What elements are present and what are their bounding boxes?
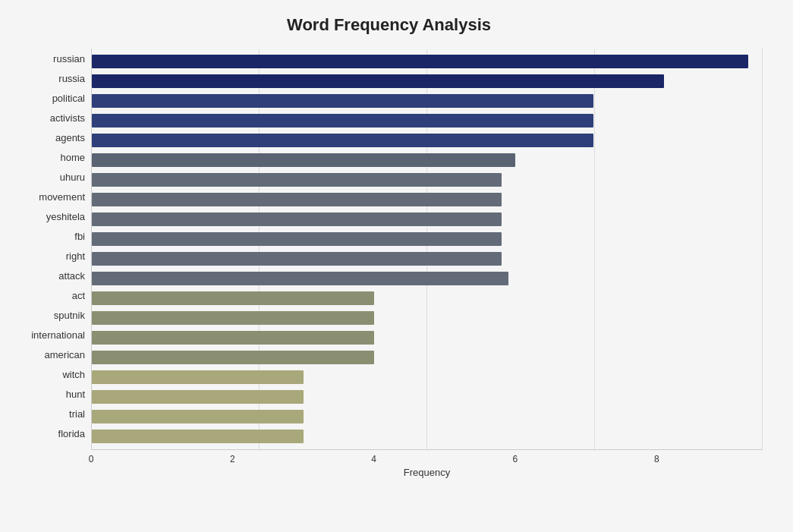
- y-label: american: [45, 345, 85, 365]
- bar: [92, 351, 374, 364]
- bar-row: [92, 249, 763, 269]
- bar-row: [92, 328, 763, 348]
- bar-row: [92, 111, 763, 131]
- y-label: movement: [39, 187, 85, 206]
- y-label: right: [66, 246, 85, 266]
- bar: [92, 272, 508, 285]
- y-label: uhuru: [60, 167, 85, 187]
- y-label: act: [72, 286, 85, 306]
- bar: [92, 74, 664, 88]
- bar: [92, 390, 304, 404]
- bar: [92, 134, 593, 147]
- bar-row: [92, 71, 763, 91]
- bar: [92, 193, 502, 206]
- y-label: florida: [58, 424, 85, 444]
- chart-container: Word Frequency Analysis russianrussiapol…: [0, 0, 793, 532]
- y-axis: russianrussiapoliticalactivistsagentshom…: [15, 49, 91, 467]
- y-label: international: [31, 326, 85, 345]
- bar: [92, 331, 374, 345]
- bar-row: [92, 269, 763, 288]
- x-tick: 6: [513, 454, 518, 464]
- bar-row: [92, 209, 763, 229]
- x-axis-wrapper: 02468 Frequency: [91, 450, 763, 478]
- chart-area: russianrussiapoliticalactivistsagentshom…: [15, 49, 763, 467]
- y-label: sputnik: [54, 306, 85, 326]
- y-label: russian: [53, 49, 85, 68]
- bar: [92, 232, 502, 246]
- bar: [92, 114, 593, 127]
- bar: [92, 410, 304, 423]
- x-tick: 8: [654, 454, 659, 464]
- bar-row: [92, 229, 763, 249]
- bar-row: [92, 427, 763, 446]
- bar: [92, 430, 304, 443]
- bar-row: [92, 367, 763, 387]
- y-label: home: [60, 147, 85, 167]
- bar-row: [92, 288, 763, 308]
- bar: [92, 291, 374, 305]
- bar: [92, 94, 593, 108]
- y-label: political: [52, 88, 85, 108]
- x-tick: 0: [89, 454, 94, 464]
- bar-row: [92, 170, 763, 190]
- bar: [92, 212, 502, 226]
- chart-title: Word Frequency Analysis: [15, 15, 763, 35]
- x-tick: 2: [230, 454, 235, 464]
- y-label: trial: [69, 405, 85, 424]
- bar-row: [92, 308, 763, 328]
- bar-row: [92, 150, 763, 170]
- x-axis: 02468: [91, 450, 763, 465]
- y-label: russia: [58, 68, 85, 88]
- bar-row: [92, 190, 763, 209]
- bar: [92, 55, 748, 68]
- bar: [92, 370, 304, 384]
- y-label: hunt: [66, 385, 85, 405]
- y-label: activists: [50, 108, 85, 127]
- bar: [92, 173, 502, 187]
- bar: [92, 311, 374, 325]
- y-label: attack: [58, 266, 85, 286]
- bar-row: [92, 348, 763, 367]
- bar-row: [92, 407, 763, 427]
- bars-and-x: 02468 Frequency: [91, 49, 763, 467]
- bar: [92, 252, 502, 266]
- bar-row: [92, 91, 763, 111]
- bars-inner: [92, 49, 763, 449]
- bar-row: [92, 387, 763, 407]
- y-label: witch: [62, 365, 85, 385]
- y-label: fbi: [74, 226, 85, 246]
- bars-area: [91, 49, 763, 450]
- y-label: agents: [55, 127, 85, 147]
- bar: [92, 153, 515, 167]
- x-axis-label: Frequency: [91, 467, 763, 478]
- y-label: yeshitela: [46, 206, 85, 226]
- x-tick: 4: [371, 454, 376, 464]
- bar-row: [92, 131, 763, 150]
- bar-row: [92, 52, 763, 71]
